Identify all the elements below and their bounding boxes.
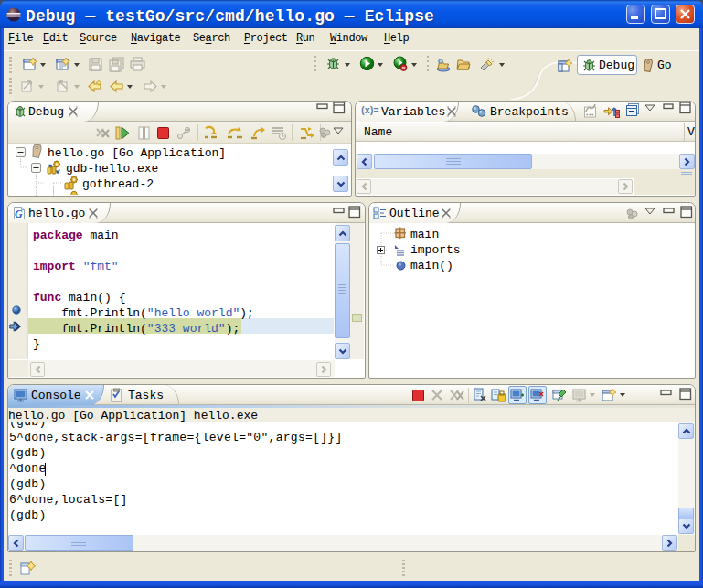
svg-text:G: G — [15, 208, 23, 220]
